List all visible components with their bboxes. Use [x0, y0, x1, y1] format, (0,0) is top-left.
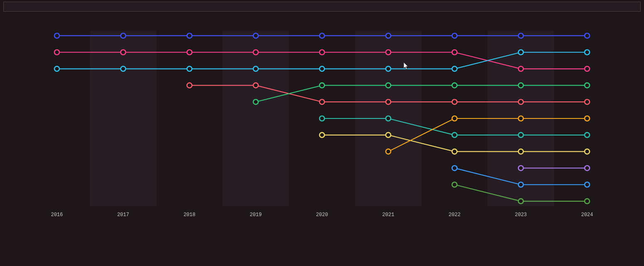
data-point[interactable]	[585, 149, 590, 154]
data-point[interactable]	[121, 33, 126, 38]
data-point[interactable]	[518, 66, 523, 71]
data-point[interactable]	[452, 66, 457, 71]
data-point[interactable]	[320, 116, 324, 121]
data-point[interactable]	[452, 133, 457, 138]
data-point[interactable]	[386, 33, 391, 38]
x-tick: 2016	[51, 212, 63, 218]
data-point[interactable]	[518, 165, 523, 170]
data-point[interactable]	[121, 66, 126, 71]
data-point[interactable]	[452, 165, 457, 170]
data-point[interactable]	[585, 83, 590, 88]
x-tick: 2023	[515, 212, 527, 218]
data-point[interactable]	[585, 66, 590, 71]
rank-chart: 201620172018201920202021202220232024	[3, 31, 641, 220]
data-point[interactable]	[320, 133, 324, 138]
data-point[interactable]	[121, 50, 126, 55]
y-axis-right	[623, 31, 641, 206]
data-point[interactable]	[386, 133, 391, 138]
data-point[interactable]	[320, 50, 324, 55]
data-point[interactable]	[585, 116, 590, 121]
plot-area	[21, 31, 623, 206]
data-point[interactable]	[585, 33, 590, 38]
data-point[interactable]	[253, 66, 258, 71]
x-axis: 201620172018201920202021202220232024	[21, 209, 623, 220]
data-point[interactable]	[452, 99, 457, 104]
data-point[interactable]	[386, 116, 391, 121]
data-point[interactable]	[386, 83, 391, 88]
data-point[interactable]	[518, 182, 523, 187]
y-axis-left	[3, 31, 21, 206]
data-point[interactable]	[452, 33, 457, 38]
data-point[interactable]	[253, 83, 258, 88]
data-point[interactable]	[585, 199, 590, 204]
data-point[interactable]	[187, 83, 192, 88]
data-point[interactable]	[187, 33, 192, 38]
x-tick: 2017	[117, 212, 129, 218]
data-point[interactable]	[585, 133, 590, 138]
data-point[interactable]	[518, 116, 523, 121]
data-point[interactable]	[518, 149, 523, 154]
data-point[interactable]	[320, 66, 324, 71]
data-point[interactable]	[386, 149, 391, 154]
data-point[interactable]	[187, 66, 192, 71]
data-point[interactable]	[187, 50, 192, 55]
data-point[interactable]	[54, 50, 59, 55]
data-point[interactable]	[452, 182, 457, 187]
x-tick: 2019	[250, 212, 262, 218]
series-line-svelte[interactable]	[256, 85, 587, 102]
data-point[interactable]	[320, 83, 324, 88]
legend-panel	[3, 2, 641, 12]
data-point[interactable]	[585, 182, 590, 187]
x-tick: 2021	[382, 212, 394, 218]
data-point[interactable]	[518, 99, 523, 104]
data-point[interactable]	[518, 199, 523, 204]
data-point[interactable]	[452, 50, 457, 55]
data-point[interactable]	[253, 50, 258, 55]
data-point[interactable]	[518, 33, 523, 38]
data-point[interactable]	[253, 99, 258, 104]
data-point[interactable]	[585, 99, 590, 104]
data-point[interactable]	[320, 33, 324, 38]
data-point[interactable]	[585, 165, 590, 170]
data-point[interactable]	[386, 99, 391, 104]
data-point[interactable]	[386, 50, 391, 55]
data-point[interactable]	[452, 83, 457, 88]
data-point[interactable]	[54, 33, 59, 38]
chart-svg	[21, 31, 623, 206]
x-tick: 2022	[449, 212, 461, 218]
data-point[interactable]	[585, 50, 590, 55]
x-tick: 2024	[581, 212, 593, 218]
x-tick: 2018	[183, 212, 195, 218]
data-point[interactable]	[518, 50, 523, 55]
data-point[interactable]	[386, 66, 391, 71]
data-point[interactable]	[54, 66, 59, 71]
data-point[interactable]	[518, 133, 523, 138]
x-tick: 2020	[316, 212, 328, 218]
data-point[interactable]	[452, 116, 457, 121]
data-point[interactable]	[452, 149, 457, 154]
data-point[interactable]	[253, 33, 258, 38]
data-point[interactable]	[518, 83, 523, 88]
data-point[interactable]	[320, 99, 324, 104]
